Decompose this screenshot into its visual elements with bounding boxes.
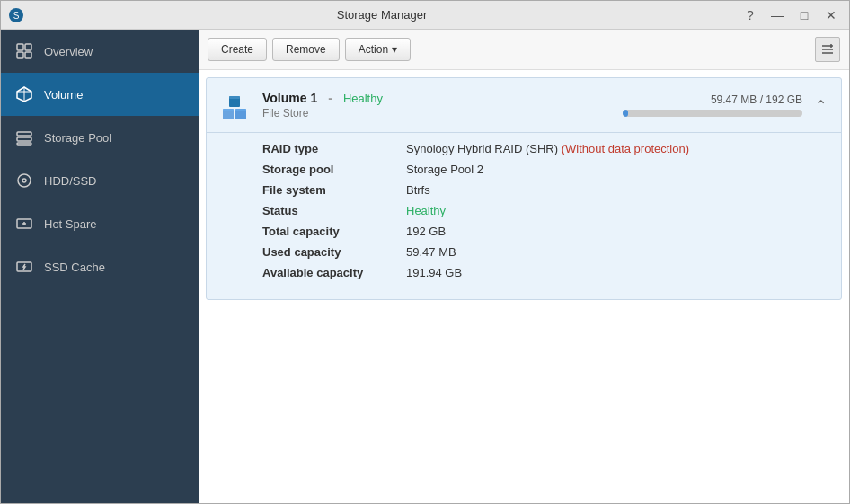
main-area: Create Remove Action ▾ bbox=[199, 30, 849, 503]
volume-collapse-button[interactable]: ⌃ bbox=[811, 93, 830, 118]
storage-icon bbox=[15, 128, 33, 146]
disk-icon bbox=[15, 172, 33, 190]
volume-title-line: Volume 1 - Healthy bbox=[262, 91, 623, 105]
content-area: Volume 1 - Healthy File Store 59.47 MB /… bbox=[199, 70, 849, 503]
svg-point-12 bbox=[18, 174, 31, 187]
available-capacity-label: Available capacity bbox=[262, 266, 406, 279]
svg-rect-11 bbox=[17, 143, 31, 145]
sidebar-item-storage-pool[interactable]: Storage Pool bbox=[1, 116, 199, 159]
window-controls: ? — □ ✕ bbox=[739, 4, 842, 26]
sidebar-item-volume[interactable]: Volume bbox=[1, 73, 199, 116]
svg-rect-9 bbox=[17, 132, 31, 136]
svg-rect-26 bbox=[235, 109, 246, 111]
volume-name: Volume 1 bbox=[262, 91, 317, 105]
help-button[interactable]: ? bbox=[739, 4, 761, 26]
sidebar-item-hdd-ssd[interactable]: HDD/SSD bbox=[1, 159, 199, 202]
volume-title-area: Volume 1 - Healthy File Store bbox=[262, 91, 623, 119]
file-system-label: File system bbox=[262, 183, 406, 197]
volume-capacity-area: 59.47 MB / 192 GB bbox=[623, 93, 802, 117]
sidebar-overview-label: Overview bbox=[44, 45, 93, 58]
svg-rect-27 bbox=[229, 96, 240, 99]
app-logo-icon: S bbox=[8, 7, 24, 23]
detail-row-status: Status Healthy bbox=[262, 204, 823, 217]
svg-rect-3 bbox=[25, 44, 31, 50]
total-capacity-value: 192 GB bbox=[406, 225, 446, 238]
detail-row-storage-pool: Storage pool Storage Pool 2 bbox=[262, 163, 823, 176]
cube-icon bbox=[15, 85, 33, 103]
status-label: Status bbox=[262, 204, 406, 217]
detail-row-file-system: File system Btrfs bbox=[262, 183, 823, 197]
sidebar: Overview Volume bbox=[1, 30, 199, 503]
minimize-button[interactable]: — bbox=[766, 4, 788, 26]
svg-rect-2 bbox=[17, 44, 23, 50]
lightning-disk-icon bbox=[15, 258, 33, 276]
action-button[interactable]: Action ▾ bbox=[345, 38, 411, 61]
remove-button[interactable]: Remove bbox=[272, 38, 340, 61]
toolbar: Create Remove Action ▾ bbox=[199, 30, 849, 70]
file-system-value: Btrfs bbox=[406, 183, 430, 197]
volume-icon bbox=[217, 87, 253, 123]
svg-rect-10 bbox=[17, 137, 31, 141]
maximize-button[interactable]: □ bbox=[793, 4, 815, 26]
sidebar-storage-pool-label: Storage Pool bbox=[44, 131, 111, 145]
raid-type-label: RAID type bbox=[262, 142, 406, 155]
titlebar-left: S bbox=[8, 7, 24, 23]
sidebar-item-overview[interactable]: Overview bbox=[1, 30, 199, 73]
plus-disk-icon bbox=[15, 215, 33, 233]
svg-rect-25 bbox=[223, 109, 234, 111]
volume-subtitle: File Store bbox=[262, 107, 623, 119]
sidebar-ssd-cache-label: SSD Cache bbox=[44, 261, 105, 274]
volume-header: Volume 1 - Healthy File Store 59.47 MB /… bbox=[207, 78, 841, 133]
available-capacity-value: 191.94 GB bbox=[406, 266, 462, 279]
sidebar-hdd-ssd-label: HDD/SSD bbox=[44, 174, 97, 188]
body-area: Overview Volume bbox=[1, 30, 849, 503]
capacity-bar-fill bbox=[623, 110, 628, 117]
titlebar: S Storage Manager ? — □ ✕ bbox=[1, 1, 849, 30]
detail-row-raid-type: RAID type Synology Hybrid RAID (SHR) (Wi… bbox=[262, 142, 823, 155]
capacity-bar-bg bbox=[623, 110, 802, 117]
volume-capacity-text: 59.47 MB / 192 GB bbox=[623, 93, 802, 106]
grid-icon bbox=[15, 42, 33, 60]
volume-item: Volume 1 - Healthy File Store 59.47 MB /… bbox=[206, 77, 842, 300]
storage-pool-label: Storage pool bbox=[262, 163, 406, 176]
sidebar-hot-spare-label: Hot Spare bbox=[44, 217, 97, 231]
svg-rect-5 bbox=[25, 52, 31, 58]
app-window: S Storage Manager ? — □ ✕ bbox=[0, 0, 850, 504]
used-capacity-value: 59.47 MB bbox=[406, 245, 456, 259]
detail-row-total-capacity: Total capacity 192 GB bbox=[262, 225, 823, 238]
status-value: Healthy bbox=[406, 204, 446, 217]
raid-type-value: Synology Hybrid RAID (SHR) (Without data… bbox=[406, 142, 689, 155]
svg-text:S: S bbox=[13, 11, 20, 21]
sidebar-volume-label: Volume bbox=[44, 88, 83, 102]
volume-status: Healthy bbox=[343, 92, 383, 105]
volume-details: RAID type Synology Hybrid RAID (SHR) (Wi… bbox=[207, 133, 841, 299]
sidebar-item-ssd-cache[interactable]: SSD Cache bbox=[1, 245, 199, 288]
svg-point-13 bbox=[22, 179, 26, 182]
detail-row-available-capacity: Available capacity 191.94 GB bbox=[262, 266, 823, 279]
svg-rect-4 bbox=[17, 52, 23, 58]
storage-pool-value: Storage Pool 2 bbox=[406, 163, 483, 176]
list-view-icon[interactable] bbox=[815, 37, 840, 62]
sidebar-item-hot-spare[interactable]: Hot Spare bbox=[1, 202, 199, 245]
window-title: Storage Manager bbox=[24, 8, 739, 22]
total-capacity-label: Total capacity bbox=[262, 225, 406, 238]
detail-row-used-capacity: Used capacity 59.47 MB bbox=[262, 245, 823, 259]
close-button[interactable]: ✕ bbox=[820, 4, 842, 26]
create-button[interactable]: Create bbox=[208, 38, 267, 61]
raid-warning: (Without data protection) bbox=[562, 142, 689, 155]
used-capacity-label: Used capacity bbox=[262, 245, 406, 259]
